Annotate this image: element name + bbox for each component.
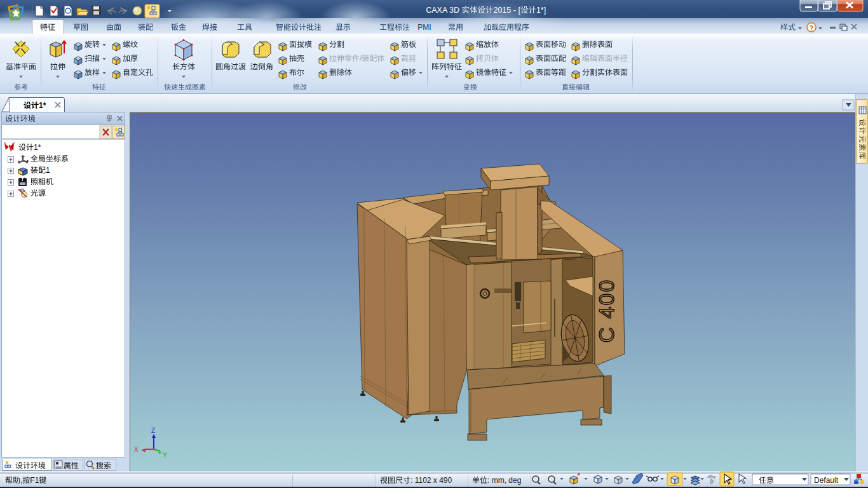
svg-text:2015 - [: 2015 - [	[494, 6, 521, 15]
svg-text:Default: Default	[814, 476, 839, 485]
svg-text:X: X	[134, 446, 139, 453]
svg-text:1*: 1*	[39, 101, 46, 110]
svg-text:: 1102 x 490: : 1102 x 490	[410, 476, 452, 485]
svg-text:Z: Z	[151, 427, 155, 434]
svg-text:1*]: 1*]	[536, 6, 546, 15]
svg-text:: mm, deg: : mm, deg	[487, 476, 521, 485]
svg-text:1*: 1*	[34, 143, 41, 152]
svg-text:PMI: PMI	[417, 23, 431, 32]
svg-text:F1: F1	[30, 476, 39, 485]
svg-text:,: ,	[20, 476, 22, 485]
svg-text:CAXA 3D: CAXA 3D	[426, 6, 459, 15]
svg-text:Y: Y	[163, 452, 167, 459]
svg-text:/: /	[360, 54, 362, 63]
svg-text:1: 1	[46, 166, 50, 175]
svg-text:?: ?	[810, 24, 814, 32]
svg-text:C 400: C 400	[594, 279, 618, 343]
